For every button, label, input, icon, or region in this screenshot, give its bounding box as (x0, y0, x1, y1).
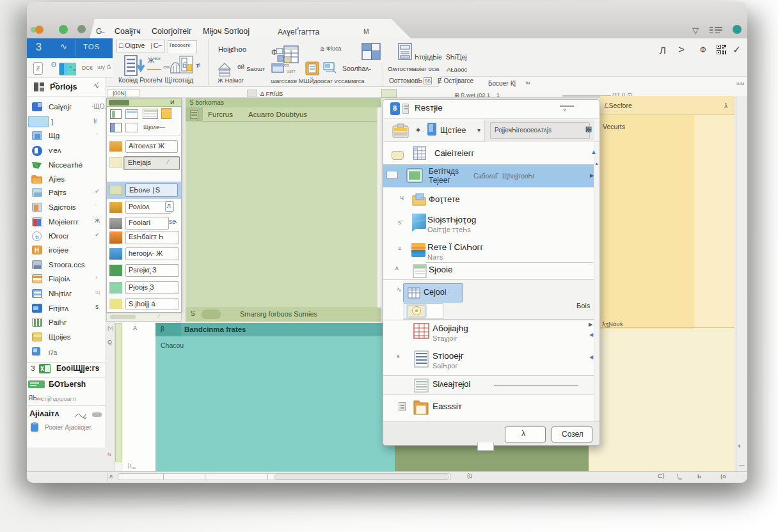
svg-text:б: б (182, 60, 187, 70)
